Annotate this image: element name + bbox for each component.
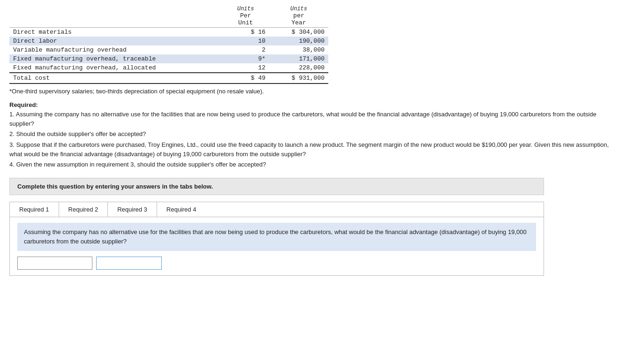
table-row: Direct labor 10 190,000 [9, 37, 328, 46]
row-per-unit: 9* [222, 54, 269, 63]
row-label: Direct labor [9, 37, 222, 46]
row-per-year: $ 304,000 [269, 28, 328, 37]
total-row: Total cost $ 49 $ 931,000 [9, 73, 328, 83]
table-row: Direct materials $ 16 $ 304,000 [9, 28, 328, 37]
required-item-4: 4. Given the new assumption in requireme… [9, 160, 611, 169]
row-per-unit: 12 [222, 63, 269, 73]
col-header-year: Year [273, 19, 325, 26]
row-label: Fixed manufacturing overhead, traceable [9, 54, 222, 63]
row-per-unit: $ 16 [222, 28, 269, 37]
row-label: Variable manufacturing overhead [9, 46, 222, 54]
table-row: Fixed manufacturing overhead, traceable … [9, 54, 328, 63]
tab-description: Assuming the company has no alternative … [17, 223, 536, 251]
total-label: Total cost [9, 73, 222, 83]
total-per-unit: $ 49 [222, 73, 269, 83]
tab-content: Assuming the company has no alternative … [10, 217, 544, 275]
required-item-3: 3. Suppose that if the carburetors were … [9, 140, 611, 159]
col-header-per-year-label: Units [273, 6, 325, 12]
answer-area [17, 257, 536, 270]
tab-req3[interactable]: Required 3 [108, 202, 157, 217]
tab-req1[interactable]: Required 1 [10, 202, 59, 217]
col-header-per2: per [273, 12, 325, 19]
row-per-year: 38,000 [269, 46, 328, 54]
row-per-unit: 10 [222, 37, 269, 46]
tab-req4[interactable]: Required 4 [157, 202, 206, 217]
row-per-year: 190,000 [269, 37, 328, 46]
tabs-container: Required 1Required 2Required 3Required 4… [9, 202, 544, 276]
row-label: Fixed manufacturing overhead, allocated [9, 63, 222, 73]
row-per-year: 171,000 [269, 54, 328, 63]
cost-table: Units Per Unit Units per Year Direct mat… [9, 5, 328, 84]
required-section: Required: 1. Assuming the company has no… [9, 100, 611, 169]
row-per-year: 228,000 [269, 63, 328, 73]
complete-box: Complete this question by entering your … [9, 178, 544, 195]
answer-input-2[interactable] [96, 257, 162, 270]
required-item-2: 2. Should the outside supplier's offer b… [9, 129, 611, 139]
col-header-per: Per [226, 12, 265, 19]
row-label: Direct materials [9, 28, 222, 37]
tab-req2[interactable]: Required 2 [59, 202, 108, 217]
col-header-units: Units [226, 6, 265, 12]
required-heading: Required: [9, 101, 38, 108]
row-per-unit: 2 [222, 46, 269, 54]
required-item-1: 1. Assuming the company has no alternati… [9, 110, 611, 129]
table-row: Fixed manufacturing overhead, allocated … [9, 63, 328, 73]
answer-input-1[interactable] [17, 257, 92, 270]
footnote: *One-third supervisory salaries; two-thi… [9, 88, 611, 95]
tabs-row: Required 1Required 2Required 3Required 4 [10, 202, 544, 217]
total-per-year: $ 931,000 [269, 73, 328, 83]
table-row: Variable manufacturing overhead 2 38,000 [9, 46, 328, 54]
col-header-unit: Unit [226, 19, 265, 26]
